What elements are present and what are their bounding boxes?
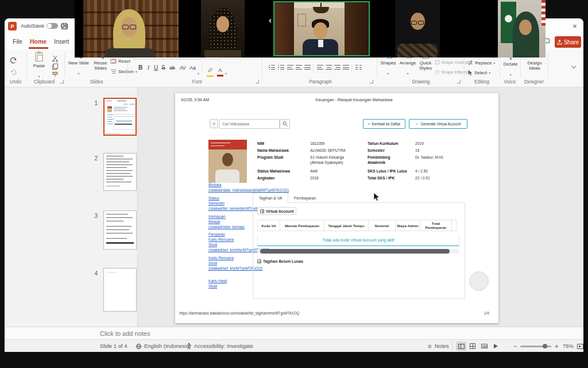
align-right-icon[interactable]: [334, 64, 341, 70]
paste-button[interactable]: Paste: [29, 51, 49, 80]
collapse-ribbon-chevron-icon[interactable]: [571, 64, 576, 68]
slide-thumbnail-1[interactable]: [103, 98, 137, 136]
back-to-list-button[interactable]: « Kembali ke Daftar: [363, 119, 405, 129]
paragraph-dialog-launcher-icon[interactable]: [370, 80, 373, 83]
slide-thumbnail-2[interactable]: [103, 153, 137, 191]
underline-button[interactable]: U: [152, 64, 160, 71]
slide-counter[interactable]: Slide 1 of 4: [100, 343, 127, 350]
nav-link-kemajuan-belajar[interactable]: Kemajuan: [208, 214, 226, 219]
columns-icon[interactable]: [355, 64, 362, 70]
strikethrough-button[interactable]: S: [160, 64, 167, 71]
participant-video-1[interactable]: [83, 0, 179, 57]
notes-placeholder[interactable]: Click to add notes: [100, 330, 150, 337]
field-value: 2018: [310, 176, 319, 181]
close-window-button[interactable]: ×: [570, 21, 580, 31]
undo-icon[interactable]: [9, 56, 17, 64]
nav-link-khs[interactable]: Kartu Hasil: [208, 279, 227, 283]
group-label-font: Font: [171, 79, 223, 85]
select-button[interactable]: Select: [467, 70, 490, 76]
nav-link-krs[interactable]: Kartu Rencana: [208, 256, 234, 260]
redo-icon[interactable]: [10, 68, 17, 75]
nav-link-biodata[interactable]: Biodata: [208, 183, 221, 187]
participant-video-3-active-speaker[interactable]: [273, 1, 370, 56]
arrange-label: Arrange: [400, 60, 416, 66]
previous-participants-icon[interactable]: ‹: [269, 15, 272, 25]
shape-outline-button[interactable]: Shape Outline: [435, 60, 472, 65]
slideshow-view-button[interactable]: [490, 342, 501, 351]
italic-button[interactable]: I: [145, 64, 152, 71]
zoom-in-button[interactable]: +: [555, 343, 558, 350]
accessibility-icon: [186, 343, 192, 350]
share-button[interactable]: Share: [555, 36, 581, 48]
justify-icon[interactable]: [343, 64, 349, 70]
drawing-dialog-launcher-icon[interactable]: [457, 80, 461, 83]
font-dialog-launcher-icon[interactable]: [256, 80, 259, 83]
autosave-toggle-switch[interactable]: [47, 23, 58, 29]
tab-insert[interactable]: Insert: [54, 38, 69, 45]
nav-link-kemajuan-belajar[interactable]: Belajar: [208, 220, 220, 224]
horizontal-scrollbar-track[interactable]: [257, 249, 459, 254]
language-status[interactable]: English (Indonesia): [144, 343, 191, 350]
character-spacing-button[interactable]: AV: [178, 64, 187, 71]
notes-toggle[interactable]: Notes: [435, 343, 449, 350]
nav-link-pengisian-krs[interactable]: Pengisian: [208, 232, 225, 237]
participant-video-2[interactable]: [201, 0, 245, 57]
nav-link-pengisian-krs[interactable]: Kartu Rencana: [208, 237, 234, 242]
save-icon[interactable]: [61, 22, 68, 30]
accessibility-status[interactable]: Accessibility: Investigate: [194, 343, 253, 350]
search-button[interactable]: [280, 119, 290, 129]
slide-thumbnail-3[interactable]: [103, 210, 137, 250]
participant-video-5[interactable]: [498, 0, 546, 57]
nav-link-status-semester[interactable]: Semester: [208, 201, 225, 206]
numbering-icon[interactable]: [278, 64, 284, 70]
replace-button[interactable]: Replace: [467, 60, 495, 66]
search-input[interactable]: [219, 119, 280, 129]
increase-indent-icon[interactable]: [296, 64, 302, 70]
bold-button[interactable]: B: [137, 64, 144, 71]
format-painter-icon[interactable]: [52, 71, 59, 78]
align-left-icon[interactable]: [317, 64, 323, 70]
person-body: [204, 50, 241, 57]
nav-link-url[interactable]: (/siakad/view_kemaju: [208, 225, 245, 229]
zoom-level[interactable]: 76%: [563, 343, 574, 350]
normal-view-button[interactable]: [456, 342, 466, 351]
zoom-slider-track[interactable]: [520, 346, 551, 347]
slide-canvas[interactable]: 9/2/25, 9:54 AM Keuangan - Riwayat Keuan…: [175, 93, 498, 323]
tab-tagihan-va[interactable]: Tagihan & VA: [253, 193, 288, 203]
nav-link-url[interactable]: (/siakad/data_mahasiswa/detail/MTgxMTA1O…: [208, 188, 289, 193]
decrease-indent-icon[interactable]: [287, 64, 293, 70]
bullets-icon[interactable]: [269, 64, 275, 70]
photo-person-head: [222, 153, 233, 166]
notes-pane[interactable]: Click to add notes: [5, 327, 583, 339]
tab-file[interactable]: File: [13, 38, 22, 45]
zoom-out-button[interactable]: −: [513, 343, 517, 350]
zoom-slider-thumb[interactable]: [543, 344, 547, 348]
nav-link-krs[interactable]: Studi: [208, 261, 217, 266]
align-center-icon[interactable]: [326, 64, 332, 70]
tab-home[interactable]: Home: [30, 38, 47, 45]
section-button[interactable]: Section: [110, 68, 137, 75]
highlight-color-button[interactable]: [207, 64, 214, 77]
reading-view-button[interactable]: [479, 342, 489, 351]
clipboard-dialog-launcher-icon[interactable]: [60, 80, 64, 83]
page-title: Keuangan - Riwayat Keuangan Mahasiswa: [210, 98, 498, 102]
copy-icon[interactable]: [52, 63, 59, 70]
nav-link-khs[interactable]: Studi: [208, 284, 217, 289]
tab-pembayaran[interactable]: Pembayaran: [288, 193, 322, 203]
participant-video-4[interactable]: [395, 0, 440, 57]
generate-va-button[interactable]: ✓ Generate Virtual Account: [409, 119, 467, 129]
horizontal-scrollbar-thumb[interactable]: [260, 249, 450, 254]
shape-effects-button[interactable]: Shape Effects: [435, 70, 471, 75]
slide-thumbnail-4[interactable]: [103, 268, 137, 312]
sidebar-collapse-button[interactable]: «: [210, 119, 218, 128]
slide-sorter-view-button[interactable]: [467, 342, 478, 351]
line-spacing-icon[interactable]: [304, 64, 311, 70]
nav-link-status-semester[interactable]: Status: [208, 196, 219, 201]
font-color-button[interactable]: A: [217, 64, 223, 76]
nav-link-pengisian-krs[interactable]: Studi: [208, 243, 217, 247]
cut-icon[interactable]: [52, 55, 59, 62]
fit-slide-button[interactable]: [575, 342, 583, 351]
change-case-button[interactable]: Aa: [188, 64, 197, 71]
text-effects-button[interactable]: ab: [168, 64, 177, 71]
active-tab-underline: [29, 47, 48, 49]
